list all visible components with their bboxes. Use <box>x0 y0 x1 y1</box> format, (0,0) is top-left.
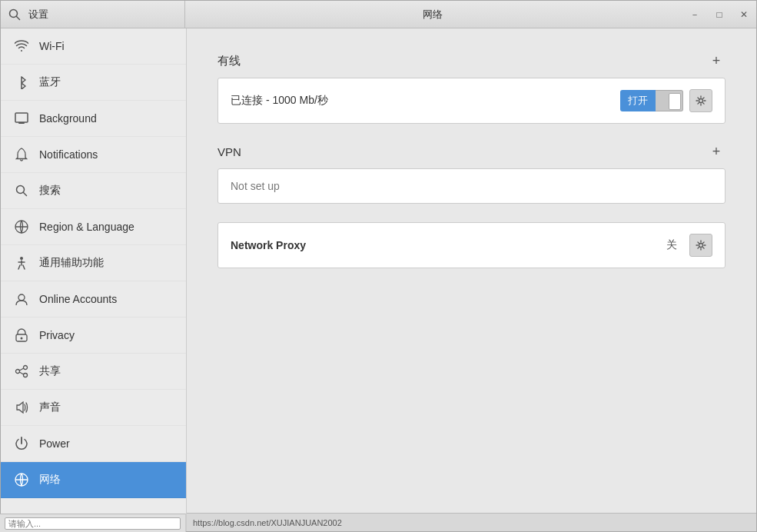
background-icon <box>13 110 30 127</box>
titlebar: 设置 网络 － □ ✕ <box>1 1 756 28</box>
main-panel: 有线 + 已连接 - 1000 Mb/秒 打开 <box>187 28 756 531</box>
wired-gear-button[interactable] <box>689 89 712 112</box>
privacy-label: Privacy <box>39 329 75 341</box>
network-icon <box>13 471 30 488</box>
wired-section: 有线 + 已连接 - 1000 Mb/秒 打开 <box>217 52 725 124</box>
wired-title: 有线 <box>217 54 241 68</box>
svg-rect-2 <box>15 113 28 122</box>
sidebar-item-network[interactable]: 网络 <box>1 462 186 498</box>
sidebar-item-accessibility[interactable]: 通用辅助功能 <box>1 245 186 281</box>
vpn-not-setup-row: Not set up <box>218 169 725 203</box>
sound-icon <box>13 399 30 416</box>
vpn-not-setup-text: Not set up <box>231 180 280 192</box>
window-controls: － □ ✕ <box>682 1 756 28</box>
app-window: 设置 网络 － □ ✕ Wi-Fi <box>0 0 757 532</box>
region-icon <box>13 218 30 235</box>
notifications-label: Notifications <box>39 148 98 161</box>
url-bar: https://blog.csdn.net/XUJIANJUAN2002 <box>187 513 756 531</box>
sharing-label: 共享 <box>39 364 61 378</box>
background-label: Background <box>39 112 97 125</box>
accessibility-label: 通用辅助功能 <box>39 256 104 270</box>
sidebar-item-power[interactable]: Power <box>1 426 186 462</box>
search-icon <box>7 7 22 22</box>
sidebar-item-privacy[interactable]: Privacy <box>1 318 186 354</box>
svg-line-15 <box>19 372 23 374</box>
svg-point-12 <box>16 370 20 374</box>
proxy-title: Network Proxy <box>231 239 666 251</box>
sharing-icon <box>13 363 30 380</box>
sidebar-item-online-accounts[interactable]: Online Accounts <box>1 281 186 318</box>
sound-label: 声音 <box>39 401 61 414</box>
app-title: 设置 <box>28 8 48 22</box>
power-label: Power <box>39 437 70 450</box>
wired-toggle-button[interactable]: 打开 <box>620 90 656 111</box>
region-label: Region & Language <box>39 221 134 233</box>
url-text: https://blog.csdn.net/XUJIANJUAN2002 <box>193 518 342 527</box>
svg-point-7 <box>20 257 23 260</box>
sidebar-item-notifications[interactable]: Notifications <box>1 137 186 173</box>
sidebar-item-bluetooth[interactable]: 蓝牙 <box>1 65 186 101</box>
wired-section-header: 有线 + <box>217 52 725 70</box>
svg-rect-3 <box>18 122 25 124</box>
sidebar-item-region[interactable]: Region & Language <box>1 209 186 245</box>
close-button[interactable]: ✕ <box>732 1 756 28</box>
wired-toggle-slider[interactable] <box>656 90 683 111</box>
wired-add-button[interactable]: + <box>707 52 725 70</box>
svg-point-11 <box>24 366 28 370</box>
maximize-button[interactable]: □ <box>707 1 732 28</box>
proxy-row: Network Proxy 关 <box>218 223 725 268</box>
vpn-title: VPN <box>217 145 241 158</box>
sidebar-item-sound[interactable]: 声音 <box>1 390 186 426</box>
network-label: 网络 <box>39 473 61 487</box>
svg-line-1 <box>17 16 20 19</box>
sidebar-item-background[interactable]: Background <box>1 101 186 137</box>
notifications-icon <box>13 146 30 163</box>
wired-toggle-group: 打开 <box>620 90 683 111</box>
content-area: Wi-Fi 蓝牙 Background <box>1 28 756 531</box>
proxy-section: Network Proxy 关 <box>217 222 725 268</box>
wifi-label: Wi-Fi <box>39 40 65 52</box>
vpn-section: VPN + Not set up <box>217 142 725 204</box>
svg-point-13 <box>24 374 28 377</box>
titlebar-search-area: 设置 <box>1 1 185 28</box>
vpn-add-button[interactable]: + <box>707 142 725 161</box>
sidebar-search-input[interactable] <box>5 517 181 530</box>
panel-title: 网络 <box>185 8 679 22</box>
wifi-icon <box>13 38 30 55</box>
wired-connection-row: 已连接 - 1000 Mb/秒 打开 <box>218 78 725 123</box>
search-label: 搜索 <box>39 184 61 198</box>
svg-point-8 <box>18 294 25 301</box>
wired-card: 已连接 - 1000 Mb/秒 打开 <box>217 78 725 124</box>
privacy-icon <box>13 327 30 344</box>
sidebar-item-search[interactable]: 搜索 <box>1 173 186 209</box>
power-icon <box>13 435 30 452</box>
accessibility-icon <box>13 254 30 271</box>
online-accounts-label: Online Accounts <box>39 293 117 305</box>
sidebar-item-sharing[interactable]: 共享 <box>1 354 186 390</box>
bluetooth-icon <box>13 74 30 91</box>
search-nav-icon <box>13 182 30 199</box>
vpn-section-header: VPN + <box>217 142 725 161</box>
online-accounts-icon <box>13 291 30 308</box>
proxy-card: Network Proxy 关 <box>217 222 725 268</box>
svg-point-18 <box>699 244 703 248</box>
proxy-status: 关 <box>666 238 677 252</box>
svg-point-17 <box>699 99 703 103</box>
sidebar: Wi-Fi 蓝牙 Background <box>1 28 187 531</box>
svg-line-5 <box>24 193 27 196</box>
proxy-gear-button[interactable] <box>689 234 712 257</box>
sidebar-item-wifi[interactable]: Wi-Fi <box>1 28 186 65</box>
minimize-button[interactable]: － <box>682 1 707 28</box>
svg-line-14 <box>19 368 23 371</box>
bluetooth-label: 蓝牙 <box>39 75 61 89</box>
sidebar-bottom-bar <box>0 514 186 532</box>
vpn-card: Not set up <box>217 168 725 204</box>
svg-point-10 <box>21 337 23 340</box>
wired-status: 已连接 - 1000 Mb/秒 <box>231 94 620 108</box>
